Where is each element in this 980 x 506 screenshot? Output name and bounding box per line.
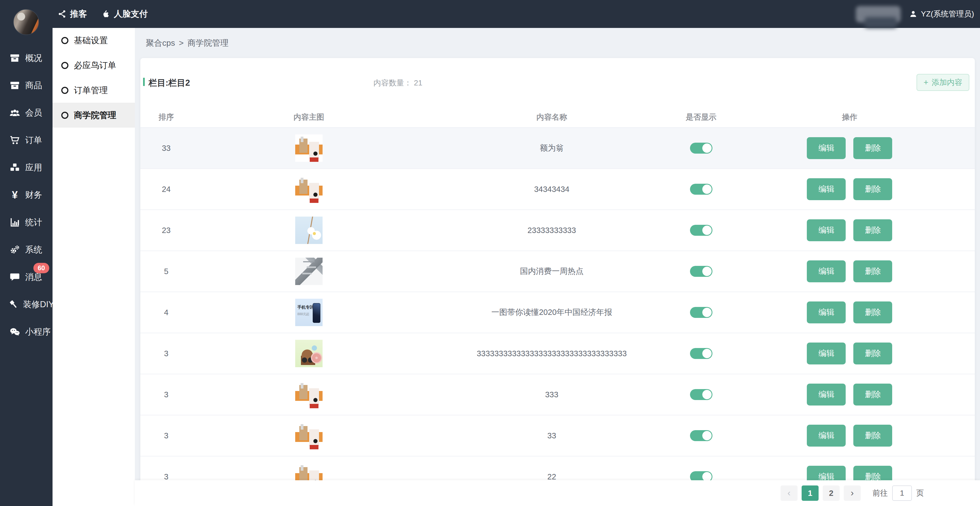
edit-button[interactable]: 编辑 xyxy=(807,260,846,282)
sidebar-item-5[interactable]: 应用 xyxy=(0,154,52,181)
visibility-toggle-on[interactable] xyxy=(690,307,713,318)
delete-button[interactable]: 删除 xyxy=(853,384,892,405)
next-page-button[interactable]: › xyxy=(844,485,861,501)
submenu-item-label: 基础设置 xyxy=(74,35,108,46)
edit-button[interactable]: 编辑 xyxy=(807,219,846,241)
main-area: 聚合cps > 商学院管理 栏目:栏目2 内容数量： 21 + 添加内容 排序 … xyxy=(135,28,980,506)
delete-button[interactable]: 删除 xyxy=(853,425,892,447)
edit-button[interactable]: 编辑 xyxy=(807,178,846,200)
thumb-phone-subtitle: 888元起 xyxy=(298,312,309,316)
row-sort-value: 24 xyxy=(162,185,170,194)
sidebar-item-label: 应用 xyxy=(25,162,42,173)
edit-button[interactable]: 编辑 xyxy=(807,343,846,364)
submenu-item-4[interactable]: 商学院管理 xyxy=(52,103,135,128)
row-content-name: 34343434 xyxy=(534,185,570,194)
delete-button[interactable]: 删除 xyxy=(853,178,892,200)
sidebar-item-3[interactable]: 会员 xyxy=(0,99,52,126)
prev-page-button[interactable]: ‹ xyxy=(781,485,797,501)
add-content-button[interactable]: + 添加内容 xyxy=(916,74,969,91)
circle-icon xyxy=(61,112,68,119)
avatar[interactable] xyxy=(13,9,39,35)
chart-icon xyxy=(8,217,21,228)
user-menu[interactable]: YZ(系统管理员) xyxy=(909,0,974,28)
delete-button[interactable]: 删除 xyxy=(853,219,892,241)
row-thumbnail-flower xyxy=(295,217,323,244)
sidebar-item-6[interactable]: ¥财务 xyxy=(0,181,52,209)
sidebar-item-label: 订单 xyxy=(25,134,42,146)
page-button-1[interactable]: 1 xyxy=(802,485,819,501)
table-header-row: 排序 内容主图 内容名称 是否显示 操作 xyxy=(140,107,975,128)
edit-button[interactable]: 编辑 xyxy=(807,137,846,159)
sidebar-item-8[interactable]: 系统 xyxy=(0,236,52,263)
top-nav-item-2[interactable]: 人脸支付 xyxy=(101,8,148,20)
cubes-icon xyxy=(8,162,21,173)
visibility-toggle-on[interactable] xyxy=(690,184,713,195)
submenu-item-2[interactable]: 必应鸟订单 xyxy=(52,53,135,78)
delete-button[interactable]: 删除 xyxy=(853,343,892,364)
sidebar-item-7[interactable]: 统计 xyxy=(0,209,52,236)
edit-button[interactable]: 编辑 xyxy=(807,425,846,447)
submenu-item-3[interactable]: 订单管理 xyxy=(52,78,135,103)
row-sort-value: 5 xyxy=(164,267,168,276)
content-card: 栏目:栏目2 内容数量： 21 + 添加内容 排序 内容主图 内容名称 是否显示… xyxy=(140,58,975,506)
breadcrumb: 聚合cps > 商学院管理 xyxy=(146,28,228,58)
toggle-knob xyxy=(702,472,712,481)
top-nav-item-1[interactable]: 推客 xyxy=(57,8,87,20)
sidebar-item-4[interactable]: 订单 xyxy=(0,126,52,154)
card-header: 栏目:栏目2 内容数量： 21 + 添加内容 xyxy=(140,58,975,107)
edit-button[interactable]: 编辑 xyxy=(807,302,846,323)
table-header-actions: 操作 xyxy=(724,112,975,122)
row-content-name: 3333333333333333333333333333333333 xyxy=(477,349,627,358)
row-thumbnail-fashion xyxy=(295,422,323,449)
visibility-toggle-on[interactable] xyxy=(690,348,713,359)
sidebar-item-11[interactable]: 小程序 xyxy=(0,318,52,346)
visibility-toggle-on[interactable] xyxy=(690,143,713,153)
row-sort-value: 3 xyxy=(164,431,168,440)
sidebar-item-label: 系统 xyxy=(25,244,42,255)
table-header-sort: 排序 xyxy=(140,112,192,122)
toggle-knob xyxy=(702,308,712,317)
row-content-name: 一图带你读懂2020年中国经济年报 xyxy=(492,307,612,318)
breadcrumb-part-2: 商学院管理 xyxy=(188,38,228,49)
row-sort-value: 33 xyxy=(162,144,170,153)
visibility-toggle-on[interactable] xyxy=(690,266,713,277)
toggle-knob xyxy=(702,226,712,235)
visibility-toggle-on[interactable] xyxy=(690,389,713,400)
add-content-label: 添加内容 xyxy=(932,77,962,88)
breadcrumb-part-1[interactable]: 聚合cps xyxy=(146,38,175,49)
row-sort-value: 4 xyxy=(164,308,168,317)
column-title: 栏目:栏目2 xyxy=(148,77,190,89)
sidebar-item-label: 小程序 xyxy=(25,326,51,338)
delete-button[interactable]: 删除 xyxy=(853,137,892,159)
edit-button[interactable]: 编辑 xyxy=(807,384,846,405)
delete-button[interactable]: 删除 xyxy=(853,302,892,323)
submenu-item-label: 商学院管理 xyxy=(74,110,116,121)
visibility-toggle-on[interactable] xyxy=(690,225,713,236)
gavel-icon xyxy=(8,299,19,310)
table-row: 5国内消费一周热点编辑删除 xyxy=(140,251,975,292)
yen-icon: ¥ xyxy=(8,189,21,201)
top-nav-label: 推客 xyxy=(70,8,87,20)
page-jump: 前往 页 xyxy=(872,485,924,501)
visibility-toggle-on[interactable] xyxy=(690,430,713,441)
row-thumbnail-fashion xyxy=(295,176,323,203)
sidebar-item-label: 商品 xyxy=(25,80,42,91)
submenu-item-1[interactable]: 基础设置 xyxy=(52,28,135,53)
row-sort-value: 3 xyxy=(164,472,168,481)
sidebar-item-2[interactable]: 商品 xyxy=(0,72,52,99)
sidebar-item-10[interactable]: 装修DIY xyxy=(0,291,52,318)
row-thumbnail-fashion xyxy=(295,381,323,408)
sidebar-item-1[interactable]: 概况 xyxy=(0,45,52,72)
pagination: ‹ 12 › 前往 页 xyxy=(781,480,924,506)
box-icon xyxy=(8,80,21,91)
submenu-item-label: 必应鸟订单 xyxy=(74,60,116,71)
user-label: YZ(系统管理员) xyxy=(921,9,974,19)
delete-button[interactable]: 删除 xyxy=(853,260,892,282)
toggle-knob xyxy=(702,144,712,153)
sidebar-item-9[interactable]: 消息60 xyxy=(0,263,52,291)
row-content-name: 23333333333 xyxy=(528,226,576,235)
page-jump-input[interactable] xyxy=(892,485,912,501)
page-button-2[interactable]: 2 xyxy=(822,485,840,501)
toggle-knob xyxy=(702,390,712,399)
row-content-name: 额为翁 xyxy=(540,143,563,153)
